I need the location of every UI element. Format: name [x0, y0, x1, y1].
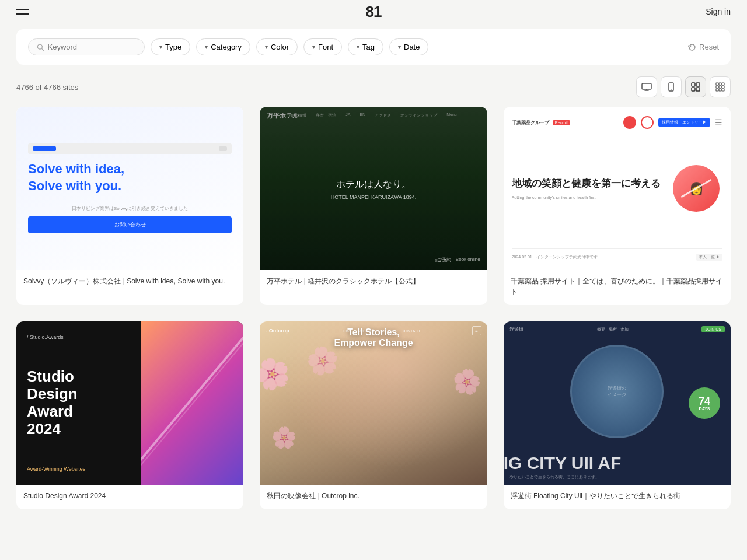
card-solvvy[interactable]: Solve with idea, Solve with you. 日本リビング業…: [16, 107, 243, 305]
chevron-icon: ▾: [159, 44, 162, 50]
floating-days-count: 74: [699, 396, 710, 407]
header: 81 Sign in: [0, 0, 747, 23]
hotel-sub-text: HOTEL MANPEI KARUIZAWA 1894.: [331, 194, 417, 200]
card-outcrop-title: 秋田の映像会社 | Outcrop inc.: [260, 485, 487, 509]
keyword-input[interactable]: [47, 43, 136, 51]
date-filter-label: Date: [404, 43, 420, 51]
category-filter-button[interactable]: ▾ Category: [196, 38, 250, 55]
svg-line-1: [41, 48, 43, 50]
chevron-icon: ▾: [398, 44, 401, 50]
solvvy-headline: Solve with idea,: [28, 161, 232, 178]
floating-big-text: IG CITY UII AF: [504, 453, 731, 473]
reset-button[interactable]: Reset: [688, 43, 719, 51]
card-manpei-title: 万平ホテル | 軽井沢のクラシックホテル【公式】: [260, 270, 487, 295]
floating-days-label: DAYS: [699, 407, 710, 411]
card-studio-thumbnail: / Studio.Awards StudioDesignAward2024 Aw…: [16, 321, 243, 485]
svg-rect-8: [696, 83, 700, 86]
studio-award-label: Award-Winning Websites: [27, 466, 130, 472]
svg-rect-10: [696, 88, 700, 91]
card-floating[interactable]: 浮遊街 概要場所参加 JOIN US 浮遊街のイメージ 74 DAYS IG C…: [504, 321, 731, 509]
card-chiba-thumbnail: 千葉薬品グループ Recruit 採用情報・エントリー▶ ☰ 地域の笑顔と健康を…: [504, 107, 731, 270]
filter-bar: ▾ Type ▾ Category ▾ Color ▾ Font ▾ Tag ▾…: [16, 29, 731, 65]
svg-rect-11: [716, 83, 718, 85]
color-filter-button[interactable]: ▾ Color: [256, 38, 298, 55]
card-floating-title: 浮遊街 Floating City Uii｜やりたいことで生きられる街: [504, 485, 731, 509]
signin-button[interactable]: Sign in: [706, 7, 731, 16]
hotel-overlay: ホテルは人なり。 HOTEL MANPEI KARUIZAWA 1894.: [260, 107, 487, 270]
chiba-headline: 地域の笑顔と健康を第一に考える: [512, 177, 663, 191]
chiba-sub: Putting the community's smiles and healt…: [512, 195, 663, 200]
hamburger-menu-button[interactable]: [16, 9, 29, 15]
outcrop-text1: Tell Stories,: [334, 327, 413, 338]
compact-grid-view-button[interactable]: [710, 76, 731, 97]
solvvy-small-text: 日本リビング業界はSolvvyに引き続き変えていきました: [28, 205, 232, 212]
svg-rect-17: [716, 89, 718, 91]
svg-rect-12: [719, 83, 721, 85]
tag-filter-label: Tag: [362, 43, 375, 51]
studio-title: StudioDesignAward2024: [27, 368, 130, 438]
svg-rect-13: [722, 83, 724, 85]
grid-icon: [691, 82, 700, 92]
chevron-icon: ▾: [205, 44, 208, 50]
svg-rect-14: [716, 86, 718, 88]
category-filter-label: Category: [211, 43, 242, 51]
mobile-icon: [668, 82, 674, 92]
tag-filter-button[interactable]: ▾ Tag: [348, 38, 383, 55]
outcrop-text2: Empower Change: [334, 338, 413, 348]
card-chiba-title: 千葉薬品 採用サイト｜全ては、喜びのために。｜千葉薬品採用サイト: [504, 270, 731, 305]
svg-rect-16: [722, 86, 724, 88]
svg-rect-9: [692, 88, 695, 91]
svg-rect-19: [722, 89, 724, 91]
card-chiba[interactable]: 千葉薬品グループ Recruit 採用情報・エントリー▶ ☰ 地域の笑顔と健康を…: [504, 107, 731, 305]
svg-rect-18: [719, 89, 721, 91]
svg-rect-2: [642, 83, 651, 89]
search-wrapper: [28, 38, 145, 55]
results-header: 4766 of 4766 sites: [0, 71, 747, 102]
card-solvvy-title: Solvvy（ソルヴィー）株式会社 | Solve with idea, Sol…: [16, 270, 243, 295]
font-filter-button[interactable]: ▾ Font: [303, 38, 342, 55]
results-count: 4766 of 4766 sites: [16, 83, 78, 92]
card-manpei[interactable]: 会社情報客室・宿泊JAENアクセスオンラインショップMenu 万平ホテル ホテル…: [260, 107, 487, 305]
card-grid: Solve with idea, Solve with you. 日本リビング業…: [0, 102, 747, 528]
desktop-view-button[interactable]: [636, 76, 657, 97]
chevron-icon: ▾: [357, 44, 359, 50]
font-filter-label: Font: [318, 43, 333, 51]
solvvy-headline2: Solve with you.: [28, 178, 232, 195]
svg-rect-7: [692, 83, 695, 86]
card-outcrop[interactable]: - Outcrop HOMEWORKSSTUDIOCONTACT ≡ 🌸 🌸 🌸…: [260, 321, 487, 509]
solvvy-cta-button: お問い合わせ: [28, 216, 232, 233]
color-filter-label: Color: [271, 43, 289, 51]
chevron-icon: ▾: [265, 44, 268, 50]
reset-icon: [688, 43, 696, 51]
card-solvvy-thumbnail: Solve with idea, Solve with you. 日本リビング業…: [16, 107, 243, 270]
card-studio[interactable]: / Studio.Awards StudioDesignAward2024 Aw…: [16, 321, 243, 509]
type-filter-button[interactable]: ▾ Type: [151, 38, 190, 55]
card-manpei-thumbnail: 会社情報客室・宿泊JAENアクセスオンラインショップMenu 万平ホテル ホテル…: [260, 107, 487, 270]
desktop-icon: [641, 83, 652, 91]
card-studio-title: Studio Design Award 2024: [16, 485, 243, 509]
date-filter-button[interactable]: ▾ Date: [389, 38, 428, 55]
site-logo[interactable]: 81: [366, 3, 382, 21]
search-icon: [37, 43, 44, 51]
view-toggle-group: [636, 76, 731, 97]
svg-point-6: [671, 89, 672, 90]
mobile-view-button[interactable]: [661, 76, 682, 97]
grid-view-button[interactable]: [685, 76, 706, 97]
chevron-icon: ▾: [312, 44, 315, 50]
card-outcrop-thumbnail: - Outcrop HOMEWORKSSTUDIOCONTACT ≡ 🌸 🌸 🌸…: [260, 321, 487, 485]
card-floating-thumbnail: 浮遊街 概要場所参加 JOIN US 浮遊街のイメージ 74 DAYS IG C…: [504, 321, 731, 485]
outcrop-text: Tell Stories, Empower Change: [334, 327, 413, 348]
hotel-main-text: ホテルは人なり。: [336, 177, 411, 192]
reset-label: Reset: [699, 43, 719, 51]
svg-rect-15: [719, 86, 721, 88]
type-filter-label: Type: [165, 43, 181, 51]
compact-grid-icon: [715, 82, 725, 92]
